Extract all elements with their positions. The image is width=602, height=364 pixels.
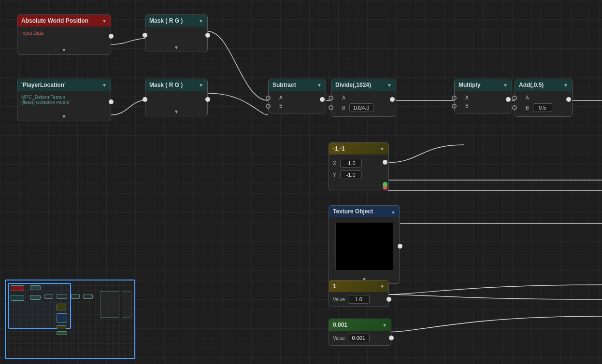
node-const-1: 1 ▼ Value [329,280,389,307]
node-title-multiply: Multiply [459,82,480,88]
minimap-node-texture [57,313,67,323]
chevron-icon-texture[interactable]: ▲ [391,209,396,214]
output-pin-add [566,97,571,102]
node-header-const1[interactable]: 1 ▼ [329,280,388,292]
chevron-icon-const001[interactable]: ▼ [382,322,387,328]
node-header-divide[interactable]: Divide(,1024) ▼ [331,79,396,91]
texture-preview [335,222,393,270]
output-pin-vec-green [383,182,387,187]
const1-value-input[interactable] [348,295,370,304]
node-subtitle-pl: MPC_DeformTerrain [21,95,107,100]
chevron-icon-awp[interactable]: ▼ [102,18,107,24]
output-pin-const001 [389,336,394,340]
input-pin-multiply-b [452,104,457,109]
minimap-node-vec [57,304,66,310]
chevron-icon-const1[interactable]: ▼ [380,284,385,289]
node-mask-rg-1: Mask ( R G ) ▼ ▼ [145,14,208,52]
label-divide-b: B [342,105,345,111]
divide-b-value[interactable] [349,103,373,112]
node-header-add[interactable]: Add(,0.5) ▼ [515,79,572,91]
node-header-awp[interactable]: Absolute World Position ▼ [17,15,111,27]
output-pin-pl [109,99,114,104]
node-player-location: 'PlayerLocation' ▼ MPC_DeformTerrain (fl… [17,79,111,121]
node-header-texture[interactable]: Texture Object ▲ [329,206,400,217]
minimap-node-add [83,294,93,299]
minimap-node-mask1 [30,285,41,290]
output-pin-awp [109,34,114,39]
input-pin-add-a [512,96,517,100]
output-pin-multiply [506,97,511,102]
minimap-node-divide [57,294,67,299]
input-pin-divide-b [329,105,333,110]
input-pin-mask1 [143,33,147,38]
chevron-icon-pl[interactable]: ▼ [102,83,107,88]
expand-awp[interactable]: ▼ [17,46,111,54]
vec-x-value[interactable] [340,159,362,168]
label-vec-y: Y [333,172,336,178]
label-multiply-b: B [465,103,469,109]
input-pin-mask2 [143,97,147,102]
output-pin-mask1 [205,33,210,38]
input-pin-subtract-b [266,104,271,109]
input-pin-multiply-a [452,96,457,100]
node-vector-neg1: -1,-1 ▼ X Y [329,142,389,191]
node-title-awp: Absolute World Position [21,17,88,24]
chevron-icon-mask1[interactable]: ▼ [199,18,203,24]
output-pin-subtract [320,97,325,102]
minimap-node-multiply [71,294,80,299]
label-vec-x: X [333,161,336,166]
expand-pl[interactable]: ▼ [17,112,111,121]
input-pin-divide-a [329,96,333,100]
node-title-add: Add(,0.5) [519,82,544,88]
node-header-vec[interactable]: -1,-1 ▼ [329,143,388,154]
node-subtitle2-pl: (float4) Collection Param [21,100,107,105]
label-multiply-a: A [465,95,469,100]
minimap-canvas [6,280,134,358]
node-subtract: Subtract ▼ A B [268,79,326,113]
node-header-mask1[interactable]: Mask ( R G ) ▼ [145,15,207,27]
label-add-a: A [526,95,529,100]
node-header-pl[interactable]: 'PlayerLocation' ▼ [17,79,111,91]
add-b-value[interactable] [533,103,552,112]
node-title-mask2: Mask ( R G ) [149,82,183,88]
node-absolute-world-position: Absolute World Position ▼ Input Data ▼ [17,14,111,55]
output-pin-mask2 [205,97,210,102]
node-header-mask2[interactable]: Mask ( R G ) ▼ [145,79,207,91]
output-pin-texture [398,244,402,249]
output-pin-const1 [387,297,391,302]
const001-value-input[interactable] [348,334,370,342]
node-mask-rg-2: Mask ( R G ) ▼ ▼ [145,79,208,116]
input-pin-add-b [512,105,517,110]
label-add-b: B [526,105,529,111]
chevron-icon-mask2[interactable]: ▼ [199,83,203,88]
vec-y-value[interactable] [340,170,362,179]
minimap[interactable] [5,280,135,359]
chevron-icon-subtract[interactable]: ▼ [317,83,322,88]
node-add: Add(,0.5) ▼ A B [515,79,573,117]
minimap-node-mask2 [30,295,41,300]
label-divide-a: A [342,95,345,100]
input-pin-subtract-a [266,96,271,100]
chevron-icon-vec[interactable]: ▼ [380,146,385,152]
label-const001-value: Value [333,336,345,341]
node-title-const001: 0.001 [333,322,347,328]
node-title-mask1: Mask ( R G ) [149,17,183,24]
minimap-node-const1 [57,325,66,329]
node-header-multiply[interactable]: Multiply ▼ [455,79,512,91]
minimap-node-right2 [122,291,131,318]
node-texture-object: Texture Object ▲ ▼ [329,205,400,284]
node-multiply: Multiply ▼ A B [454,79,512,113]
node-header-subtract[interactable]: Subtract ▼ [269,79,326,91]
minimap-node-subtract [44,294,53,299]
expand-mask2[interactable]: ▼ [145,108,207,116]
node-header-const001[interactable]: 0.001 ▼ [329,319,391,331]
node-title-vec: -1,-1 [333,145,345,152]
node-title-pl: 'PlayerLocation' [21,82,66,88]
chevron-icon-divide[interactable]: ▼ [387,83,392,88]
expand-mask1[interactable]: ▼ [145,43,207,52]
chevron-icon-add[interactable]: ▼ [563,83,568,88]
chevron-icon-multiply[interactable]: ▼ [503,83,508,88]
label-subtract-a: A [279,95,283,100]
node-title-divide: Divide(,1024) [335,82,371,88]
node-divide: Divide(,1024) ▼ A B [331,79,396,117]
